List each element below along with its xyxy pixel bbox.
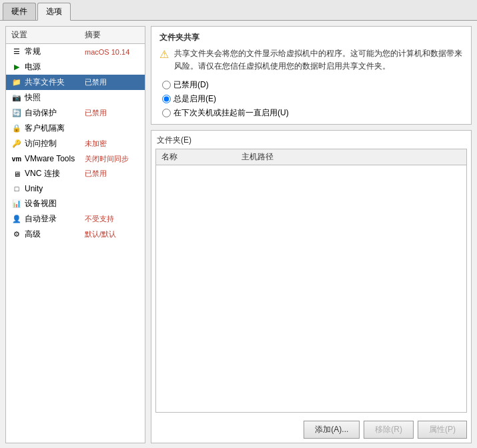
settings-item-power[interactable]: ▶ 电源 [6,59,145,75]
folder-table-header: 名称 主机路径 [156,149,466,165]
settings-item-unity[interactable]: □ Unity [6,181,145,196]
advanced-icon: ⚙ [11,229,22,240]
shared-folders-icon: 📁 [11,77,22,88]
auto-login-value: 不受支持 [85,214,114,224]
vm-isolation-label: 客户机隔离 [25,123,85,134]
power-label: 电源 [25,61,85,73]
col-name-header: 名称 [161,151,242,163]
vnc-value: 已禁用 [85,169,107,179]
settings-item-auto-login[interactable]: 👤 自动登录 不受支持 [6,211,145,227]
general-value: macOS 10.14 [85,48,129,56]
vmware-tools-label: VMware Tools [25,154,85,163]
radio-always-enable-label: 总是启用(E) [173,93,216,105]
access-control-icon: 🔑 [11,139,22,149]
settings-item-shared-folders[interactable]: 📁 共享文件夹 已禁用 [6,75,145,90]
settings-column-header: 设置 [11,29,85,41]
vnc-icon: 🖥 [11,169,22,179]
snapshot-icon: 📷 [11,93,22,103]
auto-login-icon: 👤 [11,214,22,225]
add-button[interactable]: 添加(A)... [304,421,360,439]
folder-table-body [156,165,466,245]
folder-table: 名称 主机路径 [155,149,467,413]
radio-enable-next[interactable]: 在下次关机或挂起前一直启用(U) [162,107,463,119]
auto-protect-value: 已禁用 [85,108,107,118]
warning-icon: ⚠ [159,48,169,73]
tab-hardware[interactable]: 硬件 [3,3,36,20]
vnc-label: VNC 连接 [25,168,85,179]
unity-icon: □ [11,183,22,194]
settings-item-vm-isolation[interactable]: 🔒 客户机隔离 [6,121,145,136]
right-panel: 文件夹共享 ⚠ 共享文件夹会将您的文件显示给虚拟机中的程序。这可能为您的计算机和… [151,26,472,443]
radio-disabled[interactable]: 已禁用(D) [162,79,463,91]
auto-protect-label: 自动保护 [25,107,85,119]
shared-folders-value: 已禁用 [85,77,107,87]
settings-item-vnc[interactable]: 🖥 VNC 连接 已禁用 [6,166,145,181]
access-control-value: 未加密 [85,139,107,149]
vmware-tools-icon: vm [11,153,22,164]
col-path-header: 主机路径 [242,151,461,163]
radio-enable-next-input[interactable] [162,109,171,117]
advanced-value: 默认/默认 [85,229,116,239]
auto-login-label: 自动登录 [25,213,85,225]
settings-item-vmware-tools[interactable]: vm VMware Tools 关闭时间同步 [6,151,145,166]
device-view-label: 设备视图 [25,198,85,209]
folder-buttons: 添加(A)... 移除(R) 属性(P) [151,417,471,443]
general-label: 常规 [25,46,85,57]
tab-bar: 硬件 选项 [0,0,477,21]
share-warning-box: 文件夹共享 ⚠ 共享文件夹会将您的文件显示给虚拟机中的程序。这可能为您的计算机和… [151,26,472,125]
general-icon: ☰ [11,47,22,57]
properties-button[interactable]: 属性(P) [418,421,467,439]
radio-disabled-label: 已禁用(D) [173,79,209,91]
left-panel: 设置 摘要 ☰ 常规 macOS 10.14 ▶ 电源 📁 共享文件夹 已禁用 [5,26,145,443]
radio-always-enable-input[interactable] [162,95,171,103]
auto-protect-icon: 🔄 [11,108,22,119]
tab-options[interactable]: 选项 [37,3,71,21]
remove-button[interactable]: 移除(R) [364,421,414,439]
left-panel-header: 设置 摘要 [6,27,145,44]
radio-always-enable[interactable]: 总是启用(E) [162,93,463,105]
settings-list: ☰ 常规 macOS 10.14 ▶ 电源 📁 共享文件夹 已禁用 📷 快照 [6,44,145,242]
radio-enable-next-label: 在下次关机或挂起前一直启用(U) [173,107,289,119]
access-control-label: 访问控制 [25,138,85,149]
settings-item-access-control[interactable]: 🔑 访问控制 未加密 [6,136,145,151]
section-title: 文件夹共享 [159,32,463,43]
settings-item-auto-protect[interactable]: 🔄 自动保护 已禁用 [6,105,145,121]
snapshot-label: 快照 [25,92,85,103]
advanced-label: 高级 [25,229,85,240]
settings-item-general[interactable]: ☰ 常规 macOS 10.14 [6,44,145,59]
settings-item-advanced[interactable]: ⚙ 高级 默认/默认 [6,227,145,242]
shared-folders-label: 共享文件夹 [25,77,85,88]
warning-text: 共享文件夹会将您的文件显示给虚拟机中的程序。这可能为您的计算机和数据带来风险。请… [174,47,463,73]
radio-group: 已禁用(D) 总是启用(E) 在下次关机或挂起前一直启用(U) [159,79,463,119]
device-view-icon: 📊 [11,199,22,209]
main-content: 设置 摘要 ☰ 常规 macOS 10.14 ▶ 电源 📁 共享文件夹 已禁用 [0,21,477,448]
folder-section: 文件夹(E) 名称 主机路径 添加(A)... 移除(R) 属性(P) [151,130,472,443]
vmware-tools-value: 关闭时间同步 [85,154,129,164]
settings-item-snapshot[interactable]: 📷 快照 [6,90,145,105]
radio-disabled-input[interactable] [162,81,171,89]
summary-column-header: 摘要 [85,29,139,41]
unity-label: Unity [25,184,85,193]
folder-section-label: 文件夹(E) [151,131,471,149]
warning-content: ⚠ 共享文件夹会将您的文件显示给虚拟机中的程序。这可能为您的计算机和数据带来风险… [159,47,463,73]
vm-isolation-icon: 🔒 [11,123,22,134]
settings-item-device-view[interactable]: 📊 设备视图 [6,196,145,211]
power-icon: ▶ [11,62,22,73]
